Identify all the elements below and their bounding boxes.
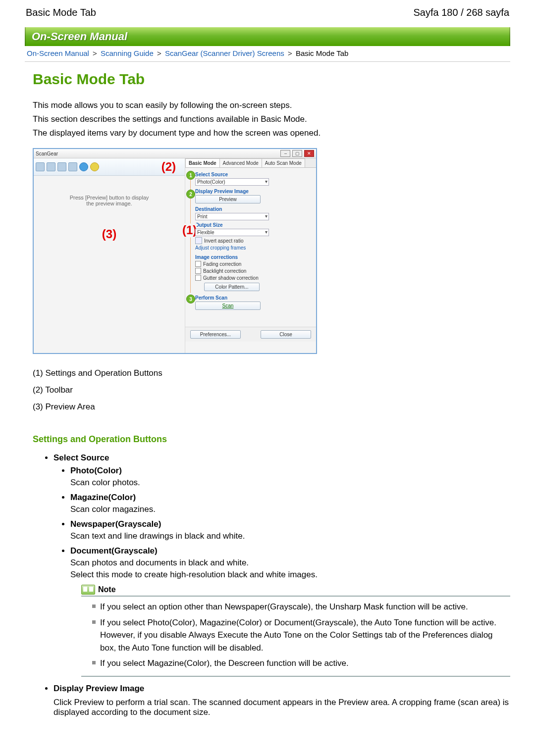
item-desc: Select this mode to create high-resoluti… — [70, 570, 510, 580]
label-gutter: Gutter shadow correction — [203, 275, 259, 281]
preview-area: Press [Preview] button to display the pr… — [34, 176, 185, 353]
toolbar-icon[interactable] — [47, 162, 55, 171]
label-select-source: Select Source — [195, 172, 312, 177]
label-output-size: Output Size — [195, 222, 312, 228]
select-source-dropdown[interactable]: Photo(Color) — [195, 178, 269, 186]
window-buttons: – ▢ ✕ — [280, 150, 314, 157]
item-desc: Scan text and line drawings in black and… — [70, 531, 510, 541]
minimize-icon[interactable]: – — [280, 150, 290, 157]
label-fading: Fading correction — [203, 261, 241, 267]
page-title: Basic Mode Tab — [33, 71, 510, 88]
item-display-preview-image: Display Preview Image — [54, 684, 144, 693]
note-icon — [81, 585, 95, 595]
item-select-source: Select Source — [54, 453, 109, 462]
close-icon[interactable]: ✕ — [304, 150, 314, 157]
mode-tabs: Basic Mode Advanced Mode Auto Scan Mode — [185, 158, 316, 168]
item-document-grayscale: Document(Grayscale) — [70, 546, 510, 556]
preview-button[interactable]: Preview — [195, 195, 261, 203]
label-invert-ratio: Invert aspect ratio — [204, 238, 243, 244]
breadcrumb-link[interactable]: On-Screen Manual — [27, 49, 89, 57]
legend-item: (1) Settings and Operation Buttons — [33, 365, 510, 382]
tab-advanced-mode[interactable]: Advanced Mode — [219, 158, 262, 167]
divider — [25, 61, 510, 62]
callout-2: (2) — [161, 160, 176, 174]
info-icon[interactable] — [79, 162, 88, 171]
breadcrumb-link[interactable]: ScanGear (Scanner Driver) Screens — [165, 49, 284, 57]
breadcrumb-current: Basic Mode Tab — [296, 49, 348, 57]
intro-text: The displayed items vary by document typ… — [33, 126, 510, 140]
breadcrumb-sep: > — [93, 49, 97, 57]
item-desc: Scan color magazines. — [70, 504, 510, 514]
label-image-corrections: Image corrections — [195, 254, 312, 260]
tab-basic-mode[interactable]: Basic Mode — [185, 158, 220, 167]
help-icon[interactable] — [90, 162, 99, 171]
toolbar-icon[interactable] — [36, 162, 45, 171]
invert-ratio-icon[interactable] — [195, 237, 202, 244]
label-perform-scan: Perform Scan — [195, 295, 312, 301]
output-size-dropdown[interactable]: Flexible — [195, 229, 269, 236]
legend-item: (3) Preview Area — [33, 399, 510, 415]
label-destination: Destination — [195, 206, 312, 212]
color-pattern-button[interactable]: Color Pattern... — [204, 283, 260, 291]
note-item: If you select Magazine(Color), the Descr… — [92, 657, 510, 670]
section-heading: Settings and Operation Buttons — [33, 434, 510, 445]
step-badge-3: 3 — [186, 295, 195, 303]
note-box: Note If you select an option other than … — [81, 585, 510, 677]
preview-hint: the preview image. — [86, 201, 132, 206]
window-title: ScanGear — [36, 151, 58, 156]
item-newspaper-grayscale: Newspaper(Grayscale) — [70, 519, 510, 529]
breadcrumb-link[interactable]: Scanning Guide — [101, 49, 154, 57]
item-desc: Click Preview to perform a trial scan. T… — [54, 698, 510, 717]
item-magazine-color: Magazine(Color) — [70, 493, 510, 503]
callout-3: (3) — [102, 227, 116, 241]
scan-button[interactable]: Scan — [195, 302, 261, 310]
manual-banner: On-Screen Manual — [25, 27, 510, 46]
scangear-toolbar: (2) — [34, 158, 185, 176]
step-badge-2: 2 — [186, 190, 195, 199]
callout-1: (1) — [182, 223, 197, 237]
page-header-right: Sayfa 180 / 268 sayfa — [414, 7, 509, 18]
breadcrumb-sep: > — [157, 49, 161, 57]
page-header-left: Basic Mode Tab — [26, 7, 96, 18]
intro-text: This mode allows you to scan easily by f… — [33, 99, 510, 112]
toolbar-icon[interactable] — [68, 162, 77, 171]
intro-text: This section describes the settings and … — [33, 112, 510, 126]
maximize-icon[interactable]: ▢ — [292, 150, 302, 157]
breadcrumb-sep: > — [288, 49, 292, 57]
note-item: If you select Photo(Color), Magazine(Col… — [92, 616, 510, 655]
item-desc: Scan photos and documents in black and w… — [70, 558, 510, 568]
checkbox-backlight[interactable] — [195, 268, 201, 274]
preview-hint: Press [Preview] button to display — [70, 195, 149, 201]
adjust-cropping-link[interactable]: Adjust cropping frames — [195, 245, 312, 251]
note-title: Note — [98, 585, 116, 594]
legend-item: (2) Toolbar — [33, 382, 510, 399]
preferences-button[interactable]: Preferences... — [190, 330, 241, 339]
label-backlight: Backlight correction — [203, 268, 246, 274]
item-photo-color: Photo(Color) — [70, 466, 510, 476]
checkbox-gutter[interactable] — [195, 275, 201, 281]
tab-auto-scan-mode[interactable]: Auto Scan Mode — [262, 158, 305, 167]
item-desc: Scan color photos. — [70, 478, 510, 488]
destination-dropdown[interactable]: Print — [195, 213, 269, 220]
close-button[interactable]: Close — [261, 330, 311, 339]
step-badge-1: 1 — [186, 171, 195, 180]
checkbox-fading[interactable] — [195, 261, 201, 267]
note-item: If you select an option other than Newsp… — [92, 601, 510, 613]
breadcrumb: On-Screen Manual > Scanning Guide > Scan… — [25, 46, 510, 61]
label-display-preview: Display Preview Image — [195, 189, 312, 194]
scangear-screenshot: ScanGear – ▢ ✕ (2) Press [Previe — [33, 148, 317, 354]
toolbar-icon[interactable] — [57, 162, 66, 171]
